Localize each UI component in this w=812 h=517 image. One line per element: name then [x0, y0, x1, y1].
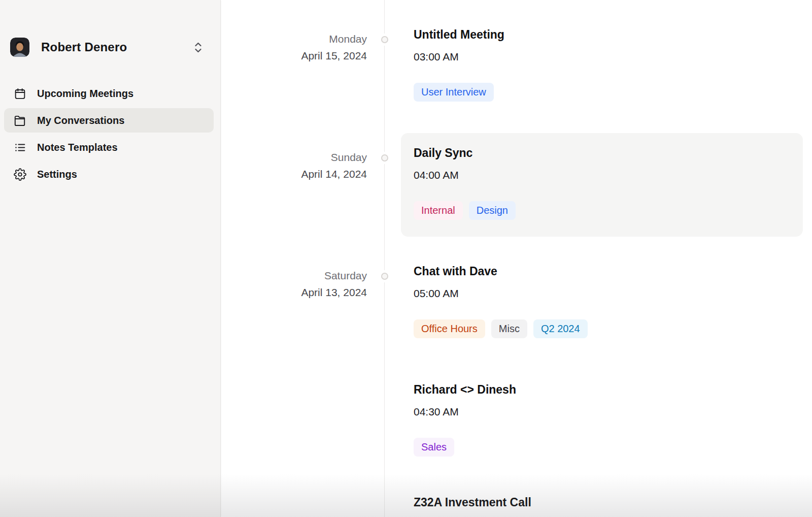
meeting-title: Richard <> Dinesh: [414, 382, 516, 397]
meeting-title: Chat with Dave: [414, 264, 588, 278]
user-name: Robert Denero: [41, 40, 127, 54]
user-menu[interactable]: Robert Denero: [10, 36, 210, 58]
timeline-dot: [381, 154, 388, 161]
timeline-dot: [381, 273, 388, 280]
meeting-title: Untitled Meeting: [414, 27, 504, 42]
timeline-date: Saturday April 13, 2024: [233, 267, 367, 301]
timeline-date: Sunday April 14, 2024: [233, 149, 367, 182]
timeline-day-label: Monday: [233, 30, 367, 47]
timeline-day-label: Saturday: [233, 267, 367, 284]
sidebar: Robert Denero Upcoming Meetings My Conve…: [0, 0, 221, 517]
sidebar-item-my-conversations[interactable]: My Conversations: [4, 108, 214, 133]
tag-design[interactable]: Design: [469, 201, 516, 220]
calendar-icon: [13, 87, 26, 100]
timeline-date-label: April 15, 2024: [233, 47, 367, 64]
timeline-dot: [381, 36, 388, 43]
gear-icon: [13, 168, 26, 181]
tag-user-interview[interactable]: User Interview: [414, 83, 494, 102]
meeting-entry[interactable]: Richard <> Dinesh 04:30 AM Sales: [414, 382, 516, 457]
timeline-date: Monday April 15, 2024: [233, 30, 367, 64]
meeting-title: Daily Sync: [414, 146, 516, 160]
meeting-time: 03:00 AM: [414, 50, 504, 64]
meeting-entry[interactable]: Untitled Meeting 03:00 AM User Interview: [414, 27, 504, 102]
avatar: [10, 38, 29, 57]
timeline-date-label: April 13, 2024: [233, 284, 367, 301]
meeting-time: 04:00 AM: [414, 168, 516, 182]
sidebar-item-settings[interactable]: Settings: [4, 162, 214, 186]
chevron-up-down-icon[interactable]: [193, 41, 203, 54]
meeting-entry[interactable]: Daily Sync 04:00 AM InternalDesign: [414, 146, 516, 220]
tag-internal[interactable]: Internal: [414, 201, 463, 220]
meeting-entry[interactable]: Chat with Dave 05:00 AM Office HoursMisc…: [414, 264, 588, 338]
meeting-time: 04:30 AM: [414, 405, 516, 419]
folder-icon: [13, 114, 26, 127]
tag-misc[interactable]: Misc: [491, 319, 527, 338]
sidebar-item-notes-templates[interactable]: Notes Templates: [4, 135, 214, 159]
meeting-tags: Sales: [414, 438, 516, 457]
meeting-tags: User Interview: [414, 83, 504, 102]
meeting-tags: Office HoursMiscQ2 2024: [414, 319, 588, 338]
meeting-entry[interactable]: Z32A Investment Call: [414, 495, 531, 509]
sidebar-nav: Upcoming Meetings My Conversations Notes…: [4, 81, 214, 189]
sidebar-item-upcoming-meetings[interactable]: Upcoming Meetings: [4, 81, 214, 106]
meeting-time: 05:00 AM: [414, 286, 588, 301]
tag-sales[interactable]: Sales: [414, 438, 454, 457]
timeline-date-label: April 14, 2024: [233, 166, 367, 182]
timeline-day-label: Sunday: [233, 149, 367, 166]
meeting-tags: InternalDesign: [414, 201, 516, 220]
tag-q2-2024[interactable]: Q2 2024: [533, 319, 588, 338]
timeline-line: [384, 0, 385, 517]
meeting-title: Z32A Investment Call: [414, 495, 531, 509]
tag-office-hours[interactable]: Office Hours: [414, 319, 485, 338]
list-icon: [13, 141, 26, 154]
